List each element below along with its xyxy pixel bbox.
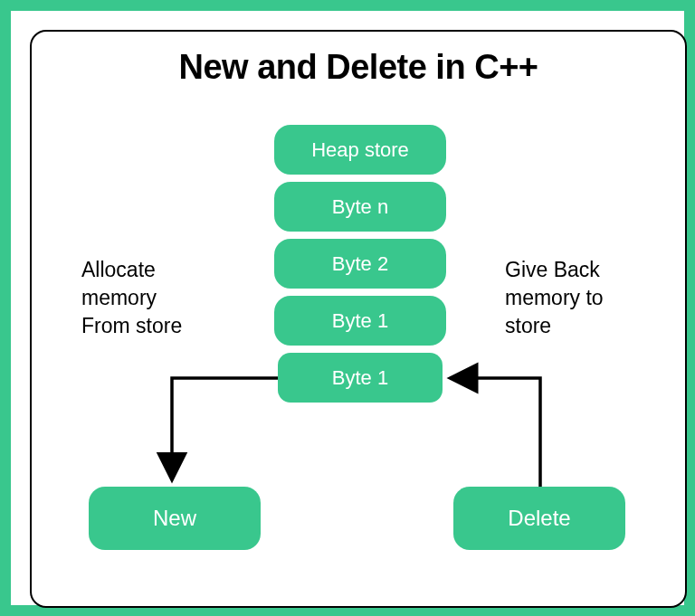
byte-1-upper-node: Byte 1 [274,296,446,346]
diagram-frame: New and Delete in C++ Heap store Byte n … [30,30,687,608]
heap-store-node: Heap store [274,125,446,175]
delete-operation-node: Delete [453,487,625,550]
outer-border: New and Delete in C++ Heap store Byte n … [0,0,695,616]
byte-2-node: Byte 2 [274,239,446,289]
giveback-label: Give Backmemory tostore [505,256,604,340]
allocate-label: AllocatememoryFrom store [81,256,182,340]
diagram-title: New and Delete in C++ [32,48,685,87]
arrow-to-new [172,378,278,480]
arrow-from-delete [450,378,540,487]
new-operation-node: New [89,487,261,550]
byte-n-node: Byte n [274,182,446,232]
byte-1-lower-node: Byte 1 [278,353,443,403]
